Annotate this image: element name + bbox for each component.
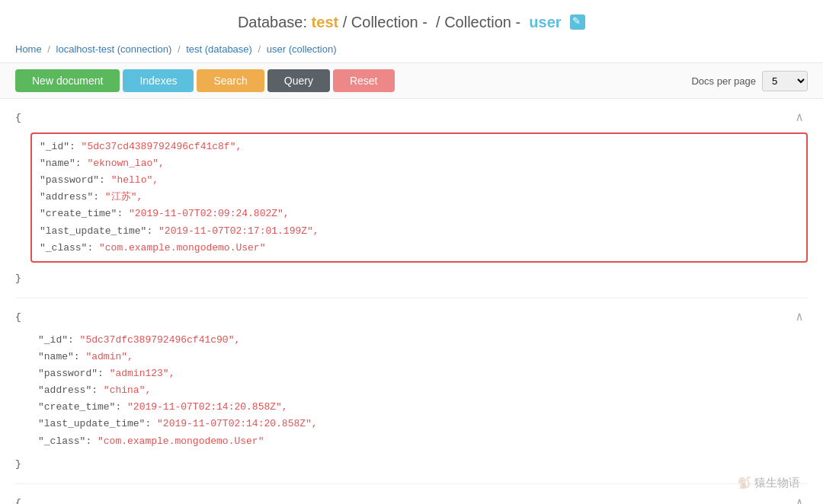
field-key: "create_time": (40, 208, 129, 219)
field-line: "create_time": "2019-11-07T02:14:20.858Z… (38, 399, 808, 416)
field-key: "password": (38, 368, 110, 379)
field-value: "2019-11-07T02:14:20.858Z", (127, 401, 288, 413)
docs-per-page-select[interactable]: 5 10 25 50 100 (762, 71, 808, 91)
field-line: "password": "hello", (40, 172, 799, 189)
field-key: "password": (40, 174, 111, 186)
documents-content: {∧"_id": "5dc37cd4389792496cf41c8f","nam… (0, 99, 823, 504)
field-key: "address": (40, 191, 105, 203)
docs-per-page-control: Docs per page 5 10 25 50 100 (691, 71, 808, 91)
indexes-button[interactable]: Indexes (123, 69, 194, 92)
header-separator: / Collection - (343, 14, 428, 30)
field-key: "_id": (40, 141, 82, 152)
doc-block: {∧"_id": "5dc37cd4389792496cf41c8f","nam… (15, 99, 808, 298)
field-key: "create_time": (38, 401, 127, 413)
breadcrumb-database[interactable]: test (database) (186, 43, 252, 55)
breadcrumb-collection[interactable]: user (collection) (267, 43, 337, 55)
field-key: "_id": (38, 334, 80, 346)
breadcrumb: Home / localhost-test (connection) / tes… (0, 39, 823, 62)
open-brace: { (15, 306, 808, 329)
new-document-button[interactable]: New document (15, 69, 120, 92)
header-prefix: Database: (238, 14, 307, 30)
doc-fields: "_id": "5dc37cd4389792496cf41c8f","name"… (30, 132, 808, 263)
doc-block: {∧"_id": "5dc37e11389792496cf41c91","nam… (15, 484, 808, 504)
field-value: "china", (104, 384, 151, 396)
search-button[interactable]: Search (197, 69, 264, 92)
field-key: "_class": (40, 242, 99, 254)
reset-button[interactable]: Reset (333, 69, 395, 92)
field-key: "name": (40, 158, 87, 169)
field-line: "last_update_time": "2019-11-07T02:14:20… (38, 416, 808, 432)
field-key: "last_update_time": (40, 225, 159, 237)
field-key: "name": (38, 351, 85, 362)
doc-fields: "_id": "5dc37dfc389792496cf41c90","name"… (15, 329, 808, 453)
edit-collection-icon[interactable] (570, 14, 585, 30)
field-line: "_class": "com.example.mongodemo.User" (38, 433, 808, 450)
field-line: "_class": "com.example.mongodemo.User" (40, 240, 799, 257)
field-value: "2019-11-07T02:09:24.802Z", (129, 208, 290, 219)
field-value: "admin", (85, 351, 133, 362)
field-line: "address": "江苏", (40, 189, 799, 206)
collapse-icon[interactable]: ∧ (796, 110, 803, 125)
collapse-icon[interactable]: ∧ (796, 309, 803, 324)
field-line: "address": "china", (38, 382, 808, 399)
field-value: "eknown_lao", (87, 158, 164, 169)
watermark: 🐒 猿生物语 (737, 476, 800, 490)
doc-block: {∧"_id": "5dc37dfc389792496cf41c90","nam… (15, 298, 808, 484)
close-brace: } (15, 453, 808, 476)
field-value: "2019-11-07T02:14:20.858Z", (157, 418, 318, 429)
field-line: "password": "admin123", (38, 365, 808, 382)
query-button[interactable]: Query (267, 69, 330, 92)
field-value: "com.example.mongodemo.User" (99, 242, 265, 254)
field-key: "address": (38, 384, 104, 396)
header-collection: user (529, 14, 561, 30)
field-key: "_class": (38, 435, 98, 447)
toolbar: New document Indexes Search Query Reset … (0, 62, 823, 99)
header-db: test (312, 14, 339, 30)
field-value: "com.example.mongodemo.User" (98, 435, 264, 447)
field-value: "admin123", (110, 368, 175, 379)
field-value: "5dc37dfc389792496cf41c90", (80, 334, 241, 346)
collapse-icon[interactable]: ∧ (796, 495, 803, 504)
field-value: "hello", (111, 174, 159, 186)
open-brace: { (15, 107, 808, 129)
page-header: Database: test / Collection - / Collecti… (0, 0, 823, 39)
field-key: "last_update_time": (38, 418, 157, 429)
open-brace: { (15, 492, 808, 504)
field-line: "_id": "5dc37dfc389792496cf41c90", (38, 332, 808, 349)
field-line: "create_time": "2019-11-07T02:09:24.802Z… (40, 206, 799, 222)
field-line: "name": "admin", (38, 349, 808, 365)
breadcrumb-connection[interactable]: localhost-test (connection) (56, 43, 172, 55)
field-value: "江苏", (105, 191, 143, 203)
field-value: "5dc37cd4389792496cf41c8f", (82, 141, 242, 152)
docs-per-page-label: Docs per page (691, 75, 756, 87)
field-line: "_id": "5dc37cd4389792496cf41c8f", (40, 139, 799, 155)
page-wrapper: Database: test / Collection - / Collecti… (0, 0, 823, 504)
breadcrumb-home[interactable]: Home (15, 43, 42, 55)
field-line: "name": "eknown_lao", (40, 155, 799, 172)
field-value: "2019-11-07T02:17:01.199Z", (159, 225, 319, 237)
close-brace: } (15, 267, 808, 290)
field-line: "last_update_time": "2019-11-07T02:17:01… (40, 223, 799, 240)
